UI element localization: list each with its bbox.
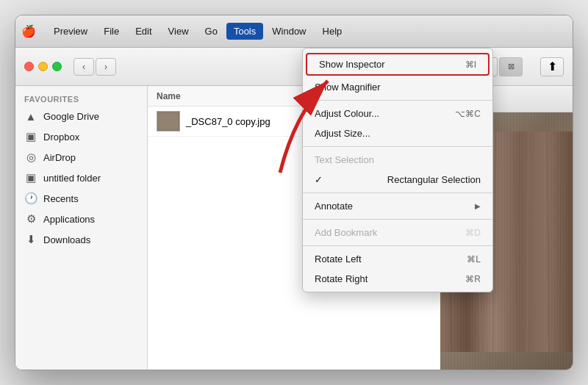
svg-rect-1 <box>159 113 178 130</box>
nav-buttons: ‹ › <box>74 58 116 76</box>
add-bookmark-item: Add Bookmark ⌘D <box>303 223 492 242</box>
name-column-header: Name <box>157 91 181 101</box>
file-thumbnail <box>157 111 180 132</box>
file-name: _DSC87_0 copy.jpg <box>186 116 270 127</box>
menu-view[interactable]: View <box>161 23 196 40</box>
annotate-label: Annotate <box>315 201 353 212</box>
sidebar-item-label: Dropbox <box>43 132 79 143</box>
sidebar-section-title: Favourites <box>15 92 147 107</box>
show-magnifier-label: Show Magnifier <box>315 82 381 93</box>
submenu-arrow-icon: ▶ <box>475 202 481 210</box>
rotate-right-label: Rotate Right <box>315 273 368 284</box>
sidebar: Favourites ▲ Google Drive ▣ Dropbox ◎ Ai… <box>15 86 148 370</box>
text-selection-label: Text Selection <box>315 154 374 165</box>
show-inspector-label: Show Inspector <box>319 59 385 70</box>
svg-line-10 <box>559 132 562 352</box>
apple-menu[interactable]: 🍎 <box>21 24 36 38</box>
add-bookmark-label: Add Bookmark <box>315 227 377 238</box>
menu-go[interactable]: Go <box>198 23 225 40</box>
menu-bar: 🍎 Preview File Edit View Go Tools Window… <box>15 15 573 48</box>
close-button[interactable] <box>24 62 34 71</box>
sidebar-item-airdrop[interactable]: ◎ AirDrop <box>15 147 147 168</box>
adjust-colour-label: Adjust Colour... <box>315 108 379 119</box>
show-inspector-highlight: Show Inspector ⌘I <box>306 53 490 76</box>
sidebar-item-downloads[interactable]: ⬇ Downloads <box>15 229 147 250</box>
recents-icon: 🕐 <box>24 192 37 205</box>
menu-window[interactable]: Window <box>265 23 313 40</box>
svg-line-6 <box>493 132 495 352</box>
rectangular-selection-item[interactable]: ✓ Rectangular Selection <box>303 170 492 190</box>
share-button[interactable]: ⬆ <box>540 57 564 76</box>
applications-icon: ⚙ <box>24 212 37 226</box>
separator-3 <box>303 192 492 193</box>
sidebar-item-label: AirDrop <box>43 152 76 163</box>
minimize-button[interactable] <box>38 62 48 71</box>
google-drive-icon: ▲ <box>24 110 37 123</box>
airdrop-icon: ◎ <box>24 151 37 164</box>
text-selection-item: Text Selection <box>303 150 492 170</box>
menu-edit[interactable]: Edit <box>128 23 159 40</box>
sidebar-item-untitled-folder[interactable]: ▣ untitled folder <box>15 168 147 188</box>
show-inspector-shortcut: ⌘I <box>465 60 476 70</box>
tools-dropdown-menu: Show Inspector ⌘I Show Magnifier Adjust … <box>302 48 493 292</box>
adjust-size-item[interactable]: Adjust Size... <box>303 123 492 143</box>
menu-file[interactable]: File <box>96 23 126 40</box>
rotate-left-label: Rotate Left <box>315 253 362 265</box>
cover-flow-button[interactable]: ⊠ <box>499 57 523 76</box>
svg-line-8 <box>527 132 528 352</box>
svg-line-9 <box>547 132 549 352</box>
rotate-left-shortcut: ⌘L <box>467 254 481 265</box>
separator-4 <box>303 219 492 220</box>
sidebar-item-label: Recents <box>43 193 79 204</box>
menu-items: Preview File Edit View Go Tools Window H… <box>46 23 349 40</box>
annotate-item[interactable]: Annotate ▶ <box>303 196 492 216</box>
folder-icon: ▣ <box>24 171 37 184</box>
separator-2 <box>303 146 492 147</box>
adjust-colour-shortcut: ⌥⌘C <box>455 109 481 119</box>
sidebar-item-applications[interactable]: ⚙ Applications <box>15 209 147 229</box>
dropbox-icon: ▣ <box>24 130 37 143</box>
rotate-left-item[interactable]: Rotate Left ⌘L <box>303 249 492 269</box>
adjust-colour-item[interactable]: Adjust Colour... ⌥⌘C <box>303 104 492 123</box>
sidebar-item-recents[interactable]: 🕐 Recents <box>15 188 147 209</box>
rectangular-selection-label: Rectangular Selection <box>387 174 481 185</box>
finder-window: 🍎 Preview File Edit View Go Tools Window… <box>15 15 573 370</box>
sidebar-item-label: Applications <box>43 214 95 225</box>
sidebar-item-label: Google Drive <box>43 111 99 122</box>
show-magnifier-item[interactable]: Show Magnifier <box>303 77 492 97</box>
traffic-lights <box>24 62 62 71</box>
menu-help[interactable]: Help <box>315 23 350 40</box>
downloads-icon: ⬇ <box>24 233 37 246</box>
back-button[interactable]: ‹ <box>74 58 94 76</box>
check-mark: ✓ <box>315 174 323 185</box>
sidebar-item-google-drive[interactable]: ▲ Google Drive <box>15 107 147 126</box>
sidebar-item-dropbox[interactable]: ▣ Dropbox <box>15 126 147 147</box>
sidebar-item-label: untitled folder <box>43 173 101 184</box>
separator-1 <box>303 100 492 101</box>
menu-preview[interactable]: Preview <box>46 23 95 40</box>
svg-line-7 <box>514 132 517 352</box>
show-inspector-item[interactable]: Show Inspector ⌘I <box>307 54 488 74</box>
rotate-right-shortcut: ⌘R <box>465 274 481 284</box>
rotate-right-item[interactable]: Rotate Right ⌘R <box>303 269 492 289</box>
menu-tools[interactable]: Tools <box>226 23 263 40</box>
adjust-size-label: Adjust Size... <box>315 128 370 139</box>
maximize-button[interactable] <box>52 62 62 71</box>
add-bookmark-shortcut: ⌘D <box>465 228 481 238</box>
forward-button[interactable]: › <box>96 58 116 76</box>
separator-5 <box>303 245 492 246</box>
sidebar-item-label: Downloads <box>43 234 90 245</box>
